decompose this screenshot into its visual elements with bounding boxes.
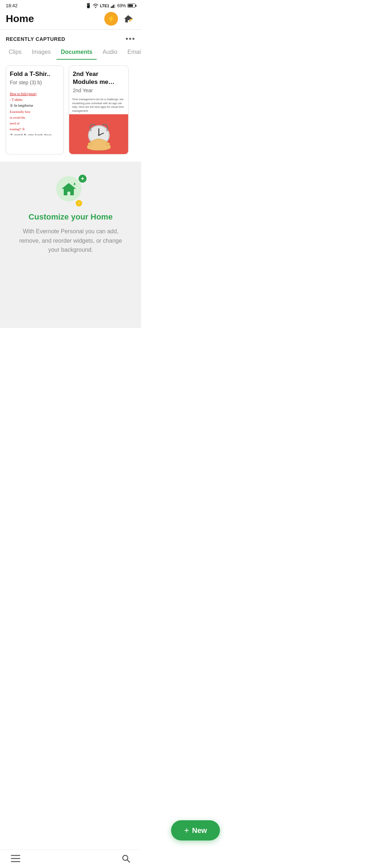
status-bar: 18:42 📱 LTE1 69%	[0, 0, 141, 10]
card-fold-tshirt[interactable]: Fold a T-Shir.. For step (3) b) How to f…	[6, 65, 64, 154]
lte-label: LTE1	[100, 4, 109, 8]
home-customize-button[interactable]	[122, 12, 135, 26]
svg-point-12	[88, 142, 92, 145]
notifications-button[interactable]: ⚡	[104, 12, 118, 26]
card2-title: 2nd Year Modules me…	[73, 70, 125, 86]
header-icons: ⚡	[104, 12, 135, 26]
svg-rect-1	[112, 5, 113, 8]
time-display: 18:42	[6, 3, 18, 8]
battery-percent: 69%	[117, 3, 126, 8]
house-green-icon	[61, 182, 77, 196]
bolt-icon: ⚡	[107, 16, 115, 22]
svg-point-13	[106, 142, 110, 145]
status-right: 📱 LTE1 69%	[85, 3, 135, 8]
card2-image	[69, 114, 128, 154]
app-wrapper: 18:42 📱 LTE1 69% Home	[0, 0, 141, 328]
card1-subtitle: For step (3) b)	[10, 80, 60, 85]
card1-image: How to fold (great) - T shirts: ① lie le…	[6, 88, 63, 135]
svg-rect-2	[113, 5, 114, 8]
tab-clips[interactable]: Clips	[4, 47, 26, 60]
sim-icon: 📱	[85, 3, 91, 8]
tab-audio[interactable]: Audio	[98, 47, 122, 60]
card2-text: 2nd Year Modules me… 2nd Year	[69, 66, 128, 96]
card-2nd-year[interactable]: 2nd Year Modules me… 2nd Year Time manag…	[69, 65, 129, 154]
clock-illustration	[83, 118, 115, 150]
arrow-up-badge: ↑	[76, 200, 82, 207]
customize-title: Customize your Home	[29, 212, 113, 222]
card1-title: Fold a T-Shir..	[10, 70, 60, 78]
card1-text: Fold a T-Shir.. For step (3) b)	[6, 66, 63, 88]
card2-subtitle: 2nd Year	[73, 88, 125, 93]
svg-rect-0	[111, 7, 112, 8]
cards-row: Fold a T-Shir.. For step (3) b) How to f…	[0, 60, 141, 154]
customize-description: With Evernote Personal you can add, remo…	[16, 227, 125, 255]
customize-section: + ↑ Customize your Home With Evernote Pe…	[0, 162, 141, 285]
tab-images[interactable]: Images	[28, 47, 55, 60]
more-options-button[interactable]: •••	[126, 35, 135, 43]
tab-documents[interactable]: Documents	[56, 47, 97, 60]
signal-icon	[111, 4, 116, 8]
customize-icon: + ↑	[56, 176, 85, 205]
section-title: RECENTLY CAPTURED	[6, 36, 65, 42]
tabs-row: Clips Images Documents Audio Email	[0, 47, 141, 60]
page-title: Home	[6, 13, 34, 25]
section-header: RECENTLY CAPTURED •••	[0, 35, 141, 47]
header: Home ⚡	[0, 10, 141, 29]
svg-rect-3	[114, 4, 115, 8]
house-edit-icon	[123, 13, 134, 24]
svg-point-11	[106, 129, 108, 131]
tab-email[interactable]: Email	[123, 47, 141, 60]
battery-icon	[127, 4, 135, 8]
header-divider	[0, 29, 141, 30]
plus-badge: +	[79, 175, 87, 183]
bottom-spacer	[0, 285, 141, 328]
wifi-icon	[93, 4, 98, 8]
house-circle	[56, 176, 81, 201]
svg-point-10	[89, 129, 92, 131]
